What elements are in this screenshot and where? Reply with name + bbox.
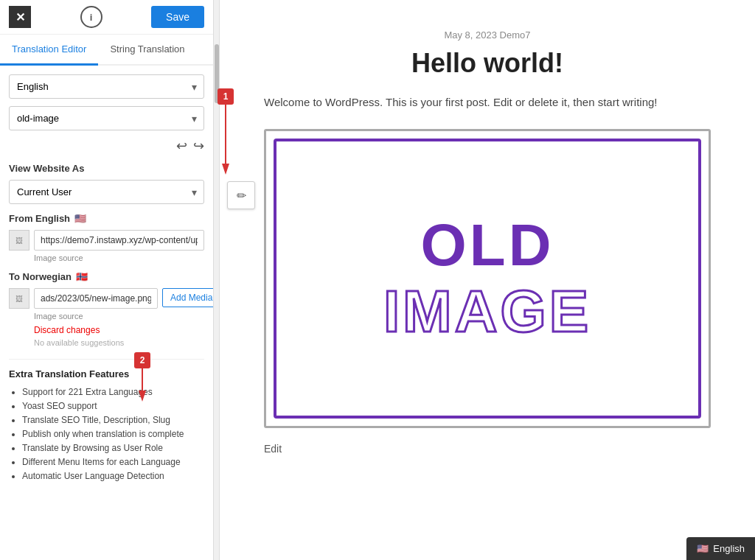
list-item: Support for 221 Extra Languages	[22, 387, 204, 397]
no-suggestions-label: No available suggestions	[34, 338, 204, 347]
list-item: Translate by Browsing as User Role	[22, 443, 204, 453]
view-website-as-label: View Website As	[9, 163, 204, 174]
view-website-as-section: View Website As Current User Guest Admin	[9, 163, 204, 204]
english-badge-label: English	[713, 543, 745, 554]
extra-features-title: Extra Translation Features	[9, 368, 204, 379]
discard-changes-link[interactable]: Discard changes	[34, 325, 204, 335]
to-norwegian-field-row: 🖼 Add Media	[9, 288, 204, 309]
post-title: Hello world!	[264, 48, 711, 79]
to-norwegian-text: To Norwegian	[9, 271, 72, 282]
to-norwegian-img-thumb: 🖼	[9, 288, 29, 309]
norwegian-flag: 🇳🇴	[76, 271, 88, 282]
english-badge-flag: 🇺🇸	[697, 543, 709, 554]
edit-pencil-button[interactable]: ✏	[227, 181, 255, 209]
post-meta: May 8, 2023 Demo7	[264, 29, 711, 41]
to-norwegian-input[interactable]	[34, 288, 158, 309]
english-language-badge[interactable]: 🇺🇸 English	[686, 537, 755, 560]
from-english-field-label: Image source	[34, 253, 204, 262]
from-english-field-row: 🖼	[9, 230, 204, 251]
add-media-button[interactable]: Add Media	[162, 288, 213, 307]
extra-features-list: Support for 221 Extra Languages Yoast SE…	[9, 387, 204, 481]
from-english-input[interactable]	[34, 230, 204, 251]
undo-redo-bar: ↩ ↪	[9, 138, 204, 154]
left-panel: ✕ i Save Translation Editor String Trans…	[0, 0, 214, 560]
extra-features-section: Extra Translation Features Support for 2…	[9, 359, 204, 481]
to-norwegian-section: To Norwegian 🇳🇴 🖼 Add Media Image source…	[9, 271, 204, 347]
language-dropdown-wrapper: English Norwegian French	[9, 74, 204, 99]
tab-string-translation[interactable]: String Translation	[98, 35, 196, 66]
old-text: OLD	[421, 216, 554, 275]
right-panel: May 8, 2023 Demo7 Hello world! Welcome t…	[220, 0, 755, 560]
old-image-display: OLD IMAGE	[274, 139, 701, 419]
annotation-badge-1: 1	[218, 88, 234, 105]
current-user-select[interactable]: Current User Guest Admin	[9, 180, 204, 204]
top-bar: ✕ i Save	[0, 0, 213, 35]
from-english-text: From English	[9, 213, 70, 224]
svg-marker-3	[139, 391, 146, 402]
post-content: Welcome to WordPress. This is your first…	[264, 94, 711, 111]
tab-translation-editor[interactable]: Translation Editor	[0, 35, 98, 66]
annotation-1-wrapper: 1	[218, 88, 234, 178]
edit-pencil-wrapper: ✏	[227, 181, 255, 209]
annotation-2-wrapper: 2	[134, 352, 150, 405]
left-scrollbar[interactable]	[214, 0, 220, 560]
annotation-arrow-2	[136, 368, 149, 405]
from-english-img-thumb: 🖼	[9, 230, 29, 251]
undo-button[interactable]: ↩	[176, 138, 187, 154]
svg-marker-1	[222, 164, 229, 175]
tabs: Translation Editor String Translation	[0, 35, 213, 66]
edit-link[interactable]: Edit	[264, 443, 711, 455]
current-user-dropdown-wrapper: Current User Guest Admin	[9, 180, 204, 204]
close-button[interactable]: ✕	[9, 6, 31, 28]
annotation-badge-2: 2	[134, 352, 150, 368]
to-norwegian-label: To Norwegian 🇳🇴	[9, 271, 204, 282]
string-dropdown-wrapper: old-image new-image	[9, 106, 204, 130]
info-button[interactable]: i	[80, 6, 102, 28]
redo-button[interactable]: ↪	[193, 138, 204, 154]
language-select[interactable]: English Norwegian French	[9, 74, 204, 99]
content-area: May 8, 2023 Demo7 Hello world! Welcome t…	[220, 0, 755, 484]
list-item: Translate SEO Title, Description, Slug	[22, 415, 204, 425]
panel-body: English Norwegian French old-image new-i…	[0, 66, 213, 560]
image-text: IMAGE	[383, 282, 591, 341]
image-container: OLD IMAGE	[264, 129, 711, 428]
to-norwegian-field-label: Image source	[34, 312, 204, 321]
english-flag: 🇺🇸	[74, 213, 86, 224]
list-item: Yoast SEO support	[22, 401, 204, 411]
from-english-label: From English 🇺🇸	[9, 213, 204, 224]
list-item: Different Menu Items for each Language	[22, 457, 204, 467]
pencil-icon: ✏	[237, 189, 246, 203]
list-item: Automatic User Language Detection	[22, 471, 204, 481]
list-item: Publish only when translation is complet…	[22, 429, 204, 439]
save-button[interactable]: Save	[151, 6, 204, 28]
annotation-arrow-1	[219, 105, 232, 178]
string-select[interactable]: old-image new-image	[9, 106, 204, 130]
from-english-section: From English 🇺🇸 🖼 Image source	[9, 213, 204, 262]
